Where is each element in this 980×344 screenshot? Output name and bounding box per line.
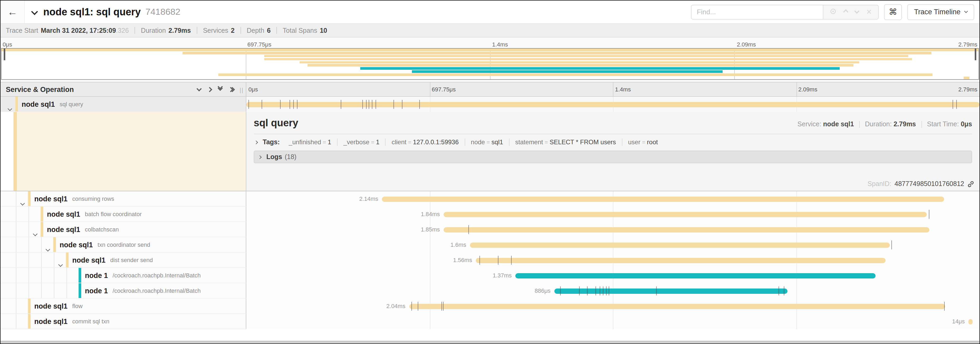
collapse-all-icon[interactable] [218, 88, 222, 91]
service-name: node sql1 [72, 256, 105, 264]
service-color-bar [79, 283, 81, 298]
span-row[interactable]: node 1/cockroach.roachpb.Internal/Batch8… [0, 283, 980, 299]
span-row[interactable]: node sql1commit sql txn14μs [0, 314, 980, 329]
deep-link-icon[interactable] [967, 181, 974, 187]
minimap-left-handle[interactable] [4, 49, 5, 60]
span-timeline-cell[interactable]: 1.6ms [246, 237, 980, 253]
tag-item: statement=SELECT * FROM users [509, 138, 622, 146]
span-expand-toggle[interactable] [8, 103, 11, 112]
service-name: node sql1 [34, 302, 67, 310]
back-button[interactable]: ← [0, 0, 25, 23]
prev-result-icon[interactable] [843, 9, 848, 14]
indent-guide [16, 222, 16, 237]
minimap-span-bar [307, 64, 853, 67]
service-color-bar [15, 97, 18, 112]
expand-one-icon[interactable] [208, 88, 212, 91]
span-bar[interactable] [409, 304, 945, 309]
span-bar[interactable] [470, 243, 890, 248]
tag-item: _unfinished=1 [283, 138, 337, 146]
span-timeline-cell[interactable]: 2.14ms [246, 191, 980, 206]
span-labels: node 1/cockroach.roachpb.Internal/Batch [85, 268, 201, 283]
operation-name: commit sql txn [72, 318, 110, 325]
span-color-stripe [14, 112, 17, 191]
axis-tick-label: 0μs [3, 41, 12, 48]
locate-icon[interactable] [830, 7, 837, 17]
span-bar[interactable] [554, 288, 788, 294]
service-color-bar [53, 237, 56, 252]
log-tick [293, 100, 294, 109]
span-expand-toggle[interactable] [21, 198, 24, 206]
span-timeline-cell[interactable]: 2.04ms [246, 299, 980, 314]
minimap-right-handle[interactable] [975, 49, 976, 60]
indent-guide [41, 237, 42, 252]
minimap-span-row [2, 77, 978, 79]
span-bar[interactable] [968, 319, 973, 324]
clear-find-icon[interactable]: ✕ [866, 8, 872, 15]
logs-expander[interactable]: Logs (18) [254, 150, 972, 163]
span-bar[interactable] [444, 227, 930, 232]
axis-separator [430, 82, 430, 96]
span-detail-panel: sql query Service: node sql1 Duration: 2… [246, 112, 980, 191]
span-timeline-cell[interactable]: 1.56ms [246, 253, 980, 268]
span-tree-cell[interactable]: node 1/cockroach.roachpb.Internal/Batch [0, 268, 246, 283]
expand-all-icon[interactable] [229, 88, 234, 91]
span-timeline-cell[interactable]: 1.37ms [246, 268, 980, 283]
span-row[interactable]: node 1/cockroach.roachpb.Internal/Batch1… [0, 268, 980, 283]
span-tree-cell[interactable]: node sql1txn coordinator send [0, 237, 246, 253]
span-bar[interactable] [444, 212, 927, 217]
span-timeline-cell[interactable]: 886μs [246, 283, 980, 299]
timeline-gridline [430, 253, 430, 268]
span-row[interactable]: node sql1txn coordinator send1.6ms [0, 237, 980, 253]
trace-depth: Depth6 [247, 27, 270, 34]
span-row[interactable]: node sql1consuming rows2.14ms [0, 191, 980, 206]
column-resizer[interactable]: || [240, 86, 244, 93]
log-tick [600, 286, 600, 295]
collapse-one-icon[interactable] [197, 88, 201, 91]
minimap-span-bar [182, 52, 931, 54]
tags-expander[interactable]: Tags: _unfinished=1_verbose=1client=127.… [254, 134, 972, 146]
service-name: node sql1 [60, 241, 93, 249]
span-expand-toggle[interactable] [34, 228, 37, 237]
span-expand-toggle[interactable] [59, 259, 62, 268]
span-row[interactable]: node sql1colbatchscan1.85ms [0, 222, 980, 237]
next-result-icon[interactable] [854, 8, 859, 14]
span-tree-cell[interactable]: node sql1consuming rows [0, 191, 246, 206]
minimap-canvas[interactable] [1, 48, 979, 80]
span-tree-cell[interactable]: node sql1flow [0, 299, 246, 314]
indent-guide [16, 268, 16, 283]
indent-guide [54, 283, 54, 298]
span-tree-cell[interactable]: node sql1dist sender send [0, 253, 246, 268]
span-row[interactable]: node sql1batch flow coordinator1.84ms [0, 206, 980, 222]
span-bar[interactable] [246, 102, 980, 107]
span-row[interactable]: node sql1flow2.04ms [0, 299, 980, 314]
span-timeline-cell[interactable]: 14μs [246, 314, 980, 329]
trace-view-selector[interactable]: Trace Timeline [907, 4, 974, 20]
span-bar[interactable] [515, 273, 875, 278]
find-controls: ✕ [823, 5, 879, 19]
find-input[interactable] [691, 5, 823, 19]
axis-tick-label: 2.79ms [958, 86, 977, 93]
span-expand-toggle[interactable] [46, 243, 49, 253]
operation-name: dist sender send [110, 257, 153, 263]
span-row[interactable]: node sql1dist sender send1.56ms [0, 253, 980, 268]
span-row[interactable]: node sql1sql query [0, 97, 980, 112]
log-tick [595, 286, 596, 295]
span-duration-label: 2.04ms [387, 303, 405, 309]
keyboard-shortcuts-button[interactable]: ⌘ [884, 4, 902, 20]
span-tree-cell[interactable]: node sql1batch flow coordinator [0, 206, 246, 222]
span-tree-cell[interactable]: node sql1colbatchscan [0, 222, 246, 237]
operation-name: txn coordinator send [97, 242, 150, 248]
span-bar[interactable] [382, 197, 944, 202]
span-duration-label: 1.85ms [421, 226, 440, 232]
span-tree-cell[interactable]: node sql1sql query [0, 97, 246, 112]
span-tree-cell[interactable]: node sql1commit sql txn [0, 314, 246, 329]
span-tree-cell[interactable]: node 1/cockroach.roachpb.Internal/Batch [0, 283, 246, 299]
span-timeline-cell[interactable]: 1.84ms [246, 206, 980, 222]
trace-collapse-toggle[interactable] [32, 7, 37, 17]
minimap-span-row [2, 67, 978, 70]
indent-guide [29, 237, 29, 252]
horizontal-scrollbar[interactable] [0, 340, 980, 344]
span-timeline-cell[interactable] [246, 97, 980, 112]
span-bar[interactable] [476, 258, 886, 263]
span-timeline-cell[interactable]: 1.85ms [246, 222, 980, 237]
